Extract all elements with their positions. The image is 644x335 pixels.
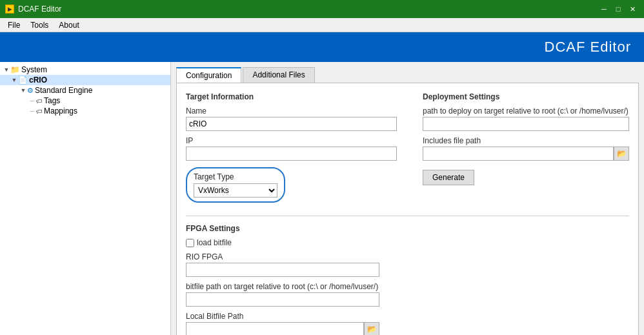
deploy-path-input[interactable] xyxy=(423,117,629,131)
tree-label-system: System xyxy=(21,65,47,74)
target-type-select[interactable]: VxWorks Windows Linux xyxy=(194,183,277,198)
tree-label-crio: cRIO xyxy=(29,76,47,85)
rio-fpga-group: RIO FPGA xyxy=(186,252,629,277)
includes-folder-button[interactable]: 📂 xyxy=(614,147,629,161)
title-bar-title: DCAF Editor xyxy=(18,5,61,14)
component-icon-crio: 📄 xyxy=(18,76,28,85)
target-type-group: Target Type VxWorks Windows Linux xyxy=(186,166,397,203)
tag-icon-mappings: 🏷 xyxy=(36,108,43,115)
tag-icon-tags: 🏷 xyxy=(36,97,43,105)
bitfile-path-group: bitfile path on target relative to root … xyxy=(186,282,629,307)
expand-crio-icon: ▼ xyxy=(10,77,18,83)
load-bitfile-label: load bitfile xyxy=(197,238,232,247)
expand-engine-icon: ▼ xyxy=(19,87,27,94)
target-type-label: Target Type xyxy=(194,172,277,181)
expand-tags-icon: ─ xyxy=(28,97,36,104)
local-bitfile-folder-button[interactable]: 📂 xyxy=(364,322,379,335)
tab-additional-files[interactable]: Additional Files xyxy=(243,67,314,83)
tree-label-mappings: Mappings xyxy=(44,107,77,116)
ip-group: IP xyxy=(186,136,397,161)
tree-item-system[interactable]: ▼ 📁 System xyxy=(0,65,170,75)
close-button[interactable]: ✕ xyxy=(626,4,639,14)
local-bitfile-input[interactable] xyxy=(186,322,364,335)
title-bar: ▶ DCAF Editor ─ □ ✕ xyxy=(0,0,644,18)
app-header: DCAF Editor xyxy=(0,32,644,62)
menu-file[interactable]: File xyxy=(3,19,25,31)
rio-fpga-input[interactable] xyxy=(186,263,379,277)
sidebar: ▼ 📁 System ▼ 📄 cRIO ▼ ⚙ Standard Engine … xyxy=(0,62,171,335)
includes-input[interactable] xyxy=(423,147,614,161)
bitfile-path-label: bitfile path on target relative to root … xyxy=(186,282,629,291)
includes-input-row: 📂 xyxy=(423,147,629,161)
app-icon: ▶ xyxy=(5,5,14,14)
content-panel: Configuration Additional Files Target In… xyxy=(171,62,644,335)
rio-fpga-label: RIO FPGA xyxy=(186,252,629,261)
expand-mappings-icon: ─ xyxy=(28,108,36,114)
fpga-settings-section: FPGA Settings load bitfile RIO FPGA bitf… xyxy=(186,224,629,335)
target-type-circled: Target Type VxWorks Windows Linux xyxy=(186,167,285,203)
local-bitfile-group: Local Bitfile Path 📂 xyxy=(186,312,629,335)
tree-label-engine: Standard Engine xyxy=(35,86,92,95)
gear-icon-engine: ⚙ xyxy=(27,86,34,95)
minimize-button[interactable]: ─ xyxy=(598,4,610,14)
includes-label: Includes file path xyxy=(423,136,629,145)
deployment-settings-section: Deployment Settings path to deploy on ta… xyxy=(423,92,629,208)
title-bar-left: ▶ DCAF Editor xyxy=(5,5,61,14)
bitfile-path-input[interactable] xyxy=(186,292,379,307)
deployment-title: Deployment Settings xyxy=(423,92,629,101)
tab-content: Target Information Name IP Target Type xyxy=(176,83,639,335)
deploy-path-label: path to deploy on target relative to roo… xyxy=(423,107,629,116)
load-bitfile-checkbox[interactable] xyxy=(186,239,194,247)
local-bitfile-input-row: 📂 xyxy=(186,322,379,335)
includes-group: Includes file path 📂 xyxy=(423,136,629,161)
load-bitfile-row: load bitfile xyxy=(186,238,629,247)
ip-label: IP xyxy=(186,136,397,145)
menu-bar: File Tools About xyxy=(0,18,644,32)
section-divider xyxy=(186,216,629,216)
tree-item-crio[interactable]: ▼ 📄 cRIO xyxy=(0,75,170,85)
tabs: Configuration Additional Files xyxy=(176,67,639,83)
tree-item-tags[interactable]: ─ 🏷 Tags xyxy=(0,96,170,106)
target-info-title: Target Information xyxy=(186,92,397,101)
name-group: Name xyxy=(186,107,397,131)
maximize-button[interactable]: □ xyxy=(612,4,625,14)
tree-item-standard-engine[interactable]: ▼ ⚙ Standard Engine xyxy=(0,85,170,96)
folder-icon-system: 📁 xyxy=(10,65,20,74)
tree-item-mappings[interactable]: ─ 🏷 Mappings xyxy=(0,106,170,116)
tree-label-tags: Tags xyxy=(44,96,60,105)
name-input[interactable] xyxy=(186,117,397,131)
section-row-top: Target Information Name IP Target Type xyxy=(186,92,629,208)
local-bitfile-label: Local Bitfile Path xyxy=(186,312,629,321)
target-information-section: Target Information Name IP Target Type xyxy=(186,92,397,208)
main-area: ▼ 📁 System ▼ 📄 cRIO ▼ ⚙ Standard Engine … xyxy=(0,62,644,335)
menu-tools[interactable]: Tools xyxy=(25,19,54,31)
tab-configuration[interactable]: Configuration xyxy=(176,67,241,83)
app-header-title: DCAF Editor xyxy=(545,39,631,56)
name-label: Name xyxy=(186,107,397,116)
ip-input[interactable] xyxy=(186,147,397,161)
title-bar-controls: ─ □ ✕ xyxy=(598,4,639,14)
deploy-path-group: path to deploy on target relative to roo… xyxy=(423,107,629,131)
generate-button[interactable]: Generate xyxy=(423,170,474,185)
menu-about[interactable]: About xyxy=(54,19,84,31)
expand-system-icon: ▼ xyxy=(3,66,10,73)
fpga-title: FPGA Settings xyxy=(186,224,629,233)
